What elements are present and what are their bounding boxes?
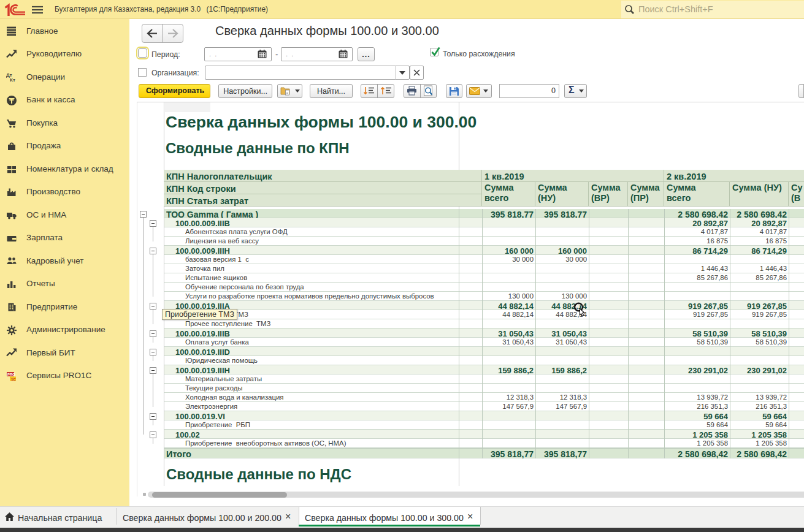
svg-text:Кт: Кт xyxy=(10,77,15,83)
svg-text:PRO: PRO xyxy=(7,373,15,376)
svg-text:1С: 1С xyxy=(11,377,16,381)
